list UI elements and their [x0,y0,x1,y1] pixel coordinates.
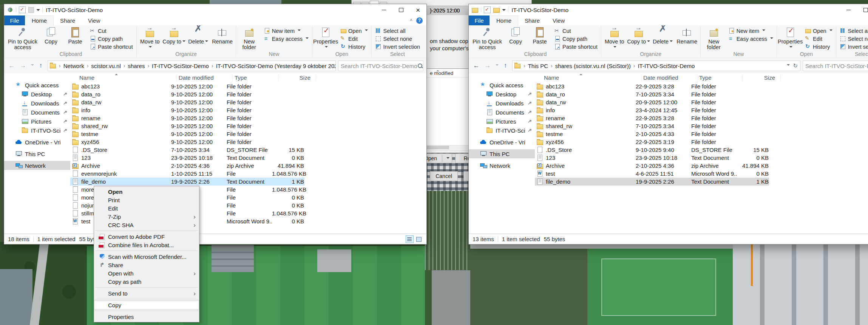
customize-toolbar-icon[interactable]: – [502,8,505,12]
file-row[interactable]: testme 9-10-2025 12:00 File folder [70,130,304,138]
file-row[interactable]: Archive 2-10-2025 4:36 zip Archive 41.89… [70,162,304,170]
tab-file[interactable]: File [4,15,25,25]
file-row[interactable]: shared_rw 7-10-2025 3:34 File folder [535,122,769,130]
file-row[interactable]: Archive 2-10-2025 4:36 zip Archive 41.89… [535,162,769,170]
column-header-name[interactable]: Name [70,74,177,81]
tab-view[interactable]: View [546,15,571,25]
maximize-button[interactable] [857,4,868,15]
rename-button[interactable]: Rename [675,26,699,45]
select-none-button[interactable]: Select none [373,35,423,43]
breadcrumb-item[interactable]: shares (scistor.vu.nl (SciStor)) [548,63,631,69]
tab-share[interactable]: Share [54,15,82,25]
context-menu-item[interactable]: Open with [94,269,199,277]
sidebar-item[interactable]: Pictures [469,117,535,126]
properties-button[interactable]: Properties [314,26,338,51]
new-item-button[interactable]: New item [261,27,311,35]
sidebar-item[interactable]: IT-ITVO-SciStor-I [4,126,70,135]
new-folder-button[interactable]: New folder [702,26,726,51]
paste-button[interactable]: Paste [528,26,552,45]
copy-to-button[interactable]: Copy to [627,26,651,45]
tab-share[interactable]: Share [518,15,546,25]
close-button[interactable] [409,4,426,15]
properties-button[interactable]: Properties [778,26,802,51]
sidebar-item[interactable]: Desktop [469,90,535,99]
file-row[interactable]: data_ro 7-10-2025 3:34 File folder [535,90,769,98]
file-row[interactable]: abc123 22-9-2025 3:28 File folder [535,82,769,90]
title-bar[interactable]: – IT-ITVO-SciStor-Demo [4,4,426,15]
breadcrumb-item[interactable]: scistor.vu.nl [84,63,121,69]
file-row[interactable]: shared_rw 9-10-2025 12:00 File folder [70,122,304,130]
recent-locations-icon[interactable] [496,64,499,67]
minimize-button[interactable] [840,4,857,15]
dialog-cancel-button[interactable]: Cancel [430,171,458,181]
copy-path-button[interactable]: Copy path [552,35,600,43]
context-menu-item[interactable] [95,287,198,288]
sidebar-item[interactable]: OneDrive - Vrije Univ [469,138,535,147]
file-row[interactable]: file_demo 19-9-2025 2:26 Text Document 1… [70,178,304,186]
breadcrumb-item[interactable]: IT-ITVO-SciStor-Demo (Yesterday 9 oktobe… [209,63,336,69]
context-menu-item[interactable]: Scan with Microsoft Defender... [94,252,199,261]
customize-toolbar-icon[interactable]: – [37,8,40,12]
copy-path-button[interactable]: Copy path [87,35,135,43]
context-menu-item[interactable]: Properties [94,313,199,321]
tab-home[interactable]: Home [25,15,54,25]
tab-view[interactable]: View [82,15,107,25]
file-row[interactable]: evenmorejunk 1-10-2025 11:15 File 1.048.… [70,170,304,178]
search-input[interactable]: Search IT-ITVO-SciStor-Demo [338,60,423,71]
sidebar-item[interactable]: Pictures [4,117,70,126]
column-header-size[interactable]: Size [743,74,781,81]
context-menu-item[interactable]: Send to [94,289,199,297]
file-row[interactable]: file_demo 19-9-2025 2:26 Text Document 1… [535,178,769,186]
context-menu-item[interactable]: 7-Zip [94,212,199,221]
tab-file[interactable]: File [469,15,490,25]
breadcrumb-item[interactable]: IT-ITVO-SciStor-Demo [631,63,695,69]
copy-button[interactable]: Copy [39,26,63,45]
history-button[interactable]: History [802,43,834,51]
paste-shortcut-button[interactable]: Paste shortcut [87,43,135,51]
select-all-button[interactable]: Select all [837,27,868,35]
sidebar-item[interactable]: This PC [4,149,70,158]
back-button[interactable]: ← [472,61,481,70]
up-button[interactable]: ↑ [36,61,45,70]
copy-button[interactable]: Copy [504,26,528,45]
back-button[interactable]: ← [7,61,16,70]
column-header-date-modified[interactable]: Date modified [641,74,697,81]
properties-shortcut-icon[interactable] [484,6,491,13]
sidebar-item[interactable]: Desktop [4,90,70,99]
file-row[interactable]: rename 22-9-2025 3:28 File folder [535,114,769,122]
sidebar-item[interactable]: Network [469,161,535,170]
pin-to-quick-access-button[interactable]: Pin to Quick access [6,26,39,51]
delete-button[interactable]: Delete [651,26,675,45]
sidebar-item[interactable]: Network [4,161,70,170]
breadcrumb-item[interactable]: Network [56,63,84,69]
delete-button[interactable]: Delete [186,26,210,45]
column-header-type[interactable]: Type [697,74,743,81]
sidebar-item[interactable]: Downloads [469,99,535,108]
file-row[interactable]: xyz456 9-10-2025 12:00 File folder [70,138,304,146]
edit-button[interactable]: Edit [802,35,834,43]
sidebar-item[interactable]: Downloads [4,99,70,108]
tab-home[interactable]: Home [490,15,518,25]
new-folder-button[interactable]: New folder [237,26,261,51]
new-item-button[interactable]: New item [726,27,775,35]
file-row[interactable]: data_ro 9-10-2025 12:00 File folder [70,90,304,98]
paste-button[interactable]: Paste [63,26,87,45]
file-row[interactable]: xyz456 22-9-2025 3:19 File folder [535,138,769,146]
context-menu-item[interactable]: Combine files in Acrobat... [94,241,199,249]
cut-button[interactable]: Cut [552,27,600,35]
file-row[interactable]: test 4-6-2025 11:51 Microsoft Word 9... … [535,170,769,178]
file-row[interactable]: .DS_Store 7-10-2025 3:34 DS_STORE File 1… [70,146,304,154]
recent-locations-icon[interactable] [31,64,34,67]
file-row[interactable]: 123 23-9-2025 10:18 Text Document 0 KB [70,154,304,162]
minimize-button[interactable] [375,4,392,15]
file-row[interactable]: info 9-10-2025 12:00 File folder [70,106,304,114]
details-view-button[interactable] [406,235,414,243]
context-menu-item[interactable]: Copy [94,301,199,309]
sidebar-item[interactable]: Quick access [4,80,70,90]
up-button[interactable]: ↑ [501,61,510,70]
cut-button[interactable]: Cut [87,27,135,35]
breadcrumb-item[interactable]: This PC [521,63,548,69]
breadcrumb-item[interactable]: IT-ITVO-SciStor-Demo [145,63,209,69]
copy-to-button[interactable]: Copy to [162,26,186,45]
file-row[interactable]: .DS_Store 9-10-2025 9:40 DS_STORE File 1… [535,146,769,154]
